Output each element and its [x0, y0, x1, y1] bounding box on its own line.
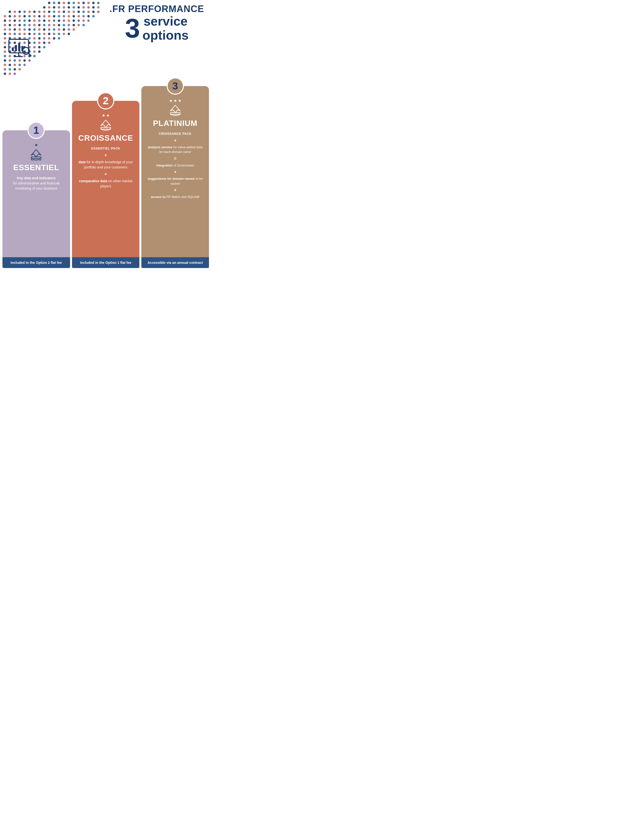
fr-performance-title: .FR PERFORMANCE: [110, 4, 204, 14]
card-3-text3: suggestions for domain names to be locke…: [146, 176, 205, 186]
svg-point-1: [48, 2, 50, 4]
card-2-plus1: +: [76, 152, 135, 159]
star-3a: ★: [169, 98, 173, 103]
svg-point-138: [4, 41, 6, 44]
svg-point-63: [9, 19, 11, 22]
svg-point-87: [38, 24, 41, 26]
svg-point-39: [82, 11, 85, 13]
svg-point-34: [58, 11, 60, 13]
svg-point-69: [38, 19, 41, 22]
card-3-plus2: +: [146, 169, 205, 175]
svg-point-116: [24, 33, 26, 35]
svg-point-47: [24, 15, 26, 17]
card-content-2: ESSENTIEL PACK + data for in-depth knowl…: [72, 143, 140, 257]
svg-point-90: [53, 24, 55, 26]
svg-point-64: [14, 19, 16, 22]
svg-point-28: [28, 11, 31, 13]
svg-point-22: [92, 6, 95, 9]
svg-point-157: [4, 51, 6, 53]
svg-point-35: [63, 11, 65, 13]
badge-1: 1: [28, 122, 45, 139]
svg-point-68: [33, 19, 36, 22]
svg-point-86: [33, 24, 36, 26]
svg-point-79: [87, 19, 90, 22]
crown-svg-2: [98, 119, 113, 131]
svg-marker-199: [31, 150, 41, 157]
svg-point-137: [58, 37, 60, 39]
svg-point-123: [58, 33, 60, 35]
svg-point-45: [14, 15, 16, 17]
svg-point-121: [48, 33, 50, 35]
svg-point-25: [14, 11, 16, 13]
svg-point-118: [33, 33, 36, 35]
crown-svg-3: [168, 104, 183, 116]
svg-point-122: [53, 33, 55, 35]
svg-point-146: [43, 41, 46, 44]
svg-point-101: [24, 28, 26, 31]
svg-point-52: [48, 15, 50, 17]
svg-rect-204: [170, 113, 180, 114]
stars-3: ★ ★ ★: [169, 98, 181, 103]
svg-rect-200: [31, 157, 41, 159]
card-footer-2: Included in the Option 1 flat fee: [72, 257, 140, 268]
svg-point-115: [19, 33, 21, 35]
svg-point-33: [53, 11, 55, 13]
svg-point-51: [43, 15, 46, 17]
star-3c: ★: [178, 98, 181, 103]
svg-point-27: [24, 11, 26, 13]
crown-icon-2: ★ ★: [98, 113, 113, 131]
svg-point-103: [33, 28, 36, 31]
svg-point-75: [68, 19, 70, 22]
svg-point-80: [4, 24, 6, 26]
svg-point-95: [77, 24, 80, 26]
svg-point-181: [19, 64, 21, 66]
svg-point-109: [63, 28, 65, 31]
svg-point-32: [48, 11, 50, 13]
svg-point-184: [9, 68, 11, 71]
svg-point-178: [4, 64, 6, 66]
card-essentiel: 1 ★ ESSENTIEL Key data and indicators fo…: [2, 130, 70, 268]
badge-3: 3: [167, 77, 184, 95]
card-3-plus3: +: [146, 187, 205, 194]
svg-point-188: [9, 73, 11, 75]
svg-point-105: [43, 28, 46, 31]
svg-point-165: [4, 55, 6, 57]
svg-point-23: [97, 6, 99, 9]
svg-point-104: [38, 28, 41, 31]
svg-point-20: [82, 6, 85, 9]
card-platinium: 3 ★ ★ ★ PLATINIUM CROISSANCE PACK + anal…: [141, 86, 209, 268]
svg-point-44: [9, 15, 11, 17]
svg-point-48: [28, 15, 31, 17]
svg-point-16: [63, 6, 65, 9]
svg-point-18: [72, 6, 75, 9]
svg-point-83: [19, 24, 21, 26]
svg-point-84: [24, 24, 26, 26]
svg-point-148: [4, 46, 6, 49]
svg-point-124: [63, 33, 65, 35]
header-area: .FR PERFORMANCE 3 serviceoptions: [0, 0, 211, 81]
svg-point-4: [63, 2, 65, 4]
svg-point-41: [92, 11, 95, 13]
badge-2: 2: [97, 92, 114, 109]
svg-point-54: [58, 15, 60, 17]
svg-point-189: [14, 73, 16, 75]
svg-point-42: [97, 11, 99, 13]
svg-point-81: [9, 24, 11, 26]
svg-point-12: [43, 6, 46, 9]
svg-point-49: [33, 15, 36, 17]
star-2b: ★: [106, 113, 110, 118]
svg-point-58: [77, 15, 80, 17]
svg-point-117: [28, 33, 31, 35]
svg-point-37: [72, 11, 75, 13]
svg-point-91: [58, 24, 60, 26]
svg-point-182: [24, 64, 26, 66]
svg-point-155: [38, 46, 41, 49]
svg-point-40: [87, 11, 90, 13]
svg-point-62: [4, 19, 6, 22]
svg-rect-193: [12, 47, 14, 51]
svg-point-94: [72, 24, 75, 26]
page: .FR PERFORMANCE 3 serviceoptions 1 ★: [0, 0, 211, 280]
card-1-section-title: Key data and indicators: [17, 176, 55, 180]
svg-point-133: [38, 37, 41, 39]
svg-point-3: [58, 2, 60, 4]
